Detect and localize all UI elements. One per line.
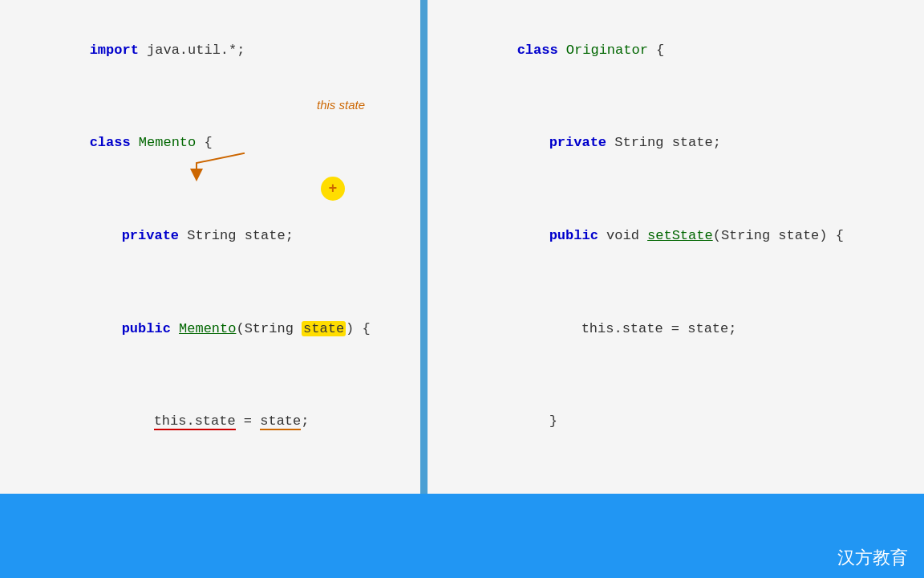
highlight-state-param: state — [302, 321, 346, 336]
blue-bar: 汉方教育 — [0, 494, 924, 578]
plain-setstate-args: (String state) { — [713, 228, 844, 243]
code-line-constructor: public Memento(String state) { — [24, 295, 396, 364]
plain-void1: void — [598, 228, 647, 243]
kw-private-r: private — [549, 135, 606, 150]
cursor-highlight — [321, 177, 345, 201]
kw-class-right: class — [517, 43, 558, 58]
code-line-this-state: this.state = state; — [24, 387, 396, 457]
code-line-class-memento: class Memento { — [24, 109, 396, 179]
code-line-r-blank5 — [452, 457, 900, 480]
code-line-close-constructor: } — [24, 480, 396, 494]
cls-originator: Originator — [566, 43, 648, 58]
plain-brace1: { — [196, 135, 212, 150]
code-line-import: import java.util.*; — [24, 16, 396, 86]
state-underlined: state — [260, 413, 301, 430]
code-line-r-blank3 — [452, 271, 900, 295]
left-panel: import java.util.*; class Memento { priv… — [0, 0, 424, 494]
plain-brace-orig: { — [648, 43, 664, 58]
right-panel: class Originator { private String state;… — [428, 0, 924, 494]
code-line-r-getstate: public String getState() { — [452, 480, 900, 494]
watermark-text: 汉方教育 — [837, 546, 908, 570]
code-line-private-state: private String state; — [24, 201, 396, 271]
plain-import: java.util.*; — [139, 43, 245, 58]
main-container: import java.util.*; class Memento { priv… — [0, 0, 924, 578]
this-state-underlined: this.state — [154, 413, 236, 430]
plain-constructor-args: (String — [236, 321, 302, 336]
plain-r-close1: } — [549, 413, 557, 429]
plain-string1: String state; — [179, 228, 294, 243]
code-line-blank4 — [24, 364, 396, 387]
kw-public-r1: public — [549, 228, 598, 243]
kw-public1: public — [122, 321, 171, 336]
space-memento — [171, 321, 179, 336]
semicolon1: ; — [301, 413, 309, 429]
code-line-r-blank4 — [452, 364, 900, 387]
code-line-r-blank2 — [452, 178, 900, 201]
kw-import: import — [90, 43, 139, 58]
space2 — [558, 43, 566, 58]
code-line-r-blank1 — [452, 86, 900, 109]
code-line-r-private-state: private String state; — [452, 109, 900, 179]
code-area: import java.util.*; class Memento { priv… — [0, 0, 924, 494]
code-line-r-this-state: this.state = state; — [452, 295, 900, 364]
code-line-blank5 — [24, 457, 396, 480]
code-line-blank3 — [24, 271, 396, 295]
plain-constructor-brace: ) { — [346, 321, 371, 336]
code-line-r-close1: } — [452, 387, 900, 457]
code-line-setstate: public void setState(String state) { — [452, 201, 900, 271]
kw-class-left: class — [90, 135, 131, 150]
kw-private1: private — [122, 228, 179, 243]
plain-this-r: this.state = state; — [582, 321, 737, 336]
plain-string-r1: String state; — [606, 135, 721, 150]
space1 — [131, 135, 139, 150]
method-memento-constructor: Memento — [179, 321, 236, 336]
this-state-annotation: this state — [317, 98, 365, 112]
cls-memento: Memento — [139, 135, 196, 150]
code-line-class-originator: class Originator { — [452, 16, 900, 86]
method-setstate: setState — [647, 228, 713, 243]
equals-state: = — [236, 413, 261, 429]
